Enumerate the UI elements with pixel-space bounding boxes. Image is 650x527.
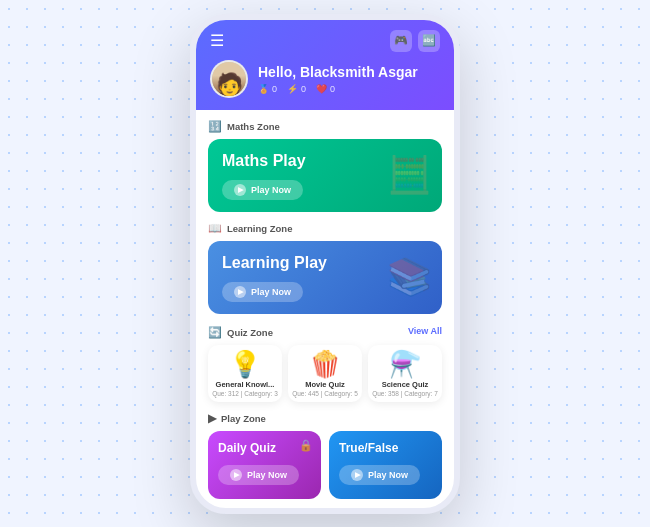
science-quiz-name: Science Quiz xyxy=(382,380,429,389)
truefalse-play-button[interactable]: ▶ Play Now xyxy=(339,465,420,485)
daily-play-icon: ▶ xyxy=(230,469,242,481)
play-zone-label: ▶ Play Zone xyxy=(208,412,442,425)
general-quiz-name: General Knowl... xyxy=(216,380,275,389)
learning-play-button[interactable]: ▶ Play Now xyxy=(222,282,303,302)
truefalse-play-icon: ▶ xyxy=(351,469,363,481)
phone-frame: ☰ 🎮 🔤 🧑 Hello, Blacksmith Asgar 🏅 0 xyxy=(190,14,460,514)
learning-icon: 📖 xyxy=(208,222,222,235)
general-quiz-sub: Que: 312 | Category: 3 xyxy=(212,390,278,397)
user-stats: 🏅 0 ⚡ 0 ❤️ 0 xyxy=(258,84,418,94)
movie-quiz-sub: Que: 445 | Category: 5 xyxy=(292,390,358,397)
play-zone-cards: 🔒 Daily Quiz ▶ Play Now True/False ▶ Pla… xyxy=(208,431,442,499)
truefalse-card[interactable]: True/False ▶ Play Now xyxy=(329,431,442,499)
learning-play-icon: ▶ xyxy=(234,286,246,298)
stat-heart: ❤️ 0 xyxy=(316,84,335,94)
user-row: 🧑 Hello, Blacksmith Asgar 🏅 0 ⚡ 0 ❤️ xyxy=(210,60,440,98)
science-quiz-icon: ⚗️ xyxy=(389,351,421,377)
maths-play-icon: ▶ xyxy=(234,184,246,196)
learning-card[interactable]: Learning Play ▶ Play Now 📚 xyxy=(208,241,442,314)
quiz-icon: 🔄 xyxy=(208,326,222,339)
daily-quiz-title: Daily Quiz xyxy=(218,441,311,455)
hamburger-menu[interactable]: ☰ xyxy=(210,31,224,50)
general-quiz-icon: 💡 xyxy=(229,351,261,377)
learning-card-decoration: 📚 xyxy=(387,256,432,298)
maths-play-button[interactable]: ▶ Play Now xyxy=(222,180,303,200)
truefalse-title: True/False xyxy=(339,441,432,455)
main-content: 🔢 Maths Zone Maths Play ▶ Play Now 🧮 📖 L… xyxy=(196,110,454,508)
play-zone-icon: ▶ xyxy=(208,412,216,425)
daily-quiz-card[interactable]: 🔒 Daily Quiz ▶ Play Now xyxy=(208,431,321,499)
quiz-item-general[interactable]: 💡 General Knowl... Que: 312 | Category: … xyxy=(208,345,282,402)
user-greeting: Hello, Blacksmith Asgar xyxy=(258,64,418,80)
quiz-zone-header: 🔄 Quiz Zone View All xyxy=(208,324,442,339)
header: ☰ 🎮 🔤 🧑 Hello, Blacksmith Asgar 🏅 0 xyxy=(196,20,454,110)
header-icon-group: 🎮 🔤 xyxy=(390,30,440,52)
heart-icon: ❤️ xyxy=(316,84,327,94)
maths-card[interactable]: Maths Play ▶ Play Now 🧮 xyxy=(208,139,442,212)
quiz-item-science[interactable]: ⚗️ Science Quiz Que: 358 | Category: 7 xyxy=(368,345,442,402)
translate-icon[interactable]: 🔤 xyxy=(418,30,440,52)
learning-zone-label: 📖 Learning Zone xyxy=(208,222,442,235)
lock-icon: 🔒 xyxy=(299,439,313,452)
avatar: 🧑 xyxy=(210,60,248,98)
maths-zone-label: 🔢 Maths Zone xyxy=(208,120,442,133)
movie-quiz-icon: 🍿 xyxy=(309,351,341,377)
game-icon[interactable]: 🎮 xyxy=(390,30,412,52)
movie-quiz-name: Movie Quiz xyxy=(305,380,345,389)
quiz-items-list: 💡 General Knowl... Que: 312 | Category: … xyxy=(208,345,442,402)
view-all-button[interactable]: View All xyxy=(408,326,442,336)
stat-medal: 🏅 0 xyxy=(258,84,277,94)
quiz-item-movie[interactable]: 🍿 Movie Quiz Que: 445 | Category: 5 xyxy=(288,345,362,402)
maths-card-decoration: 🧮 xyxy=(387,154,432,196)
quiz-zone-label: 🔄 Quiz Zone xyxy=(208,326,273,339)
daily-play-button[interactable]: ▶ Play Now xyxy=(218,465,299,485)
stat-lightning: ⚡ 0 xyxy=(287,84,306,94)
medal-icon: 🏅 xyxy=(258,84,269,94)
science-quiz-sub: Que: 358 | Category: 7 xyxy=(372,390,438,397)
maths-icon: 🔢 xyxy=(208,120,222,133)
lightning-icon: ⚡ xyxy=(287,84,298,94)
